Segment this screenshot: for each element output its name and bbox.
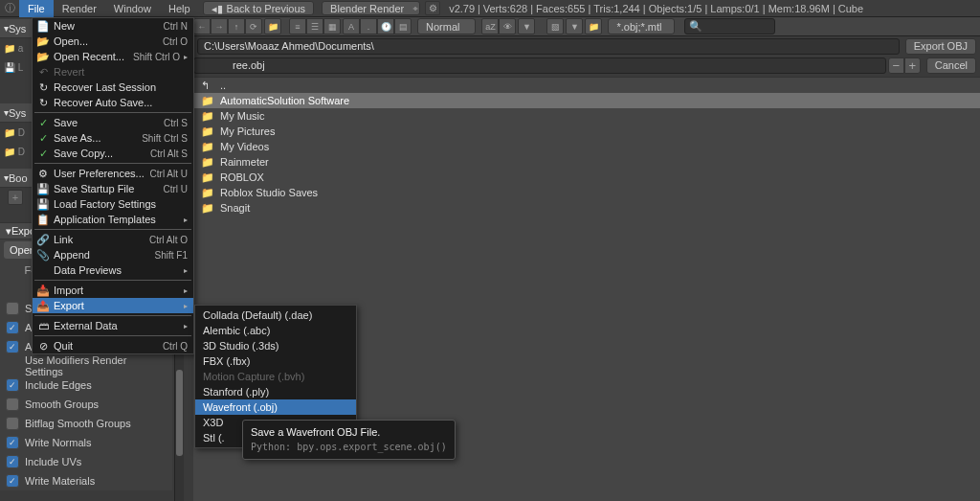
panel-header[interactable]: ▾ Sys <box>0 103 32 123</box>
file-label: AutomaticSolution Software <box>220 95 349 106</box>
export-ply[interactable]: Stanford (.ply) <box>195 384 356 399</box>
nav-up-icon[interactable]: ↑ <box>228 18 245 34</box>
sort-size-icon[interactable]: ▤ <box>394 18 412 34</box>
filter-funnel-icon[interactable]: ▼ <box>566 18 583 34</box>
decrement-button[interactable]: − <box>888 57 904 74</box>
menu-recover-last[interactable]: ↻Recover Last Session <box>33 80 193 95</box>
export-obj-button[interactable]: Export OBJ <box>905 38 976 55</box>
menu-window[interactable]: Window <box>105 0 160 17</box>
search-input[interactable]: 🔍 <box>684 18 775 34</box>
folder-open-icon: 📂 <box>36 34 50 48</box>
checkbox[interactable]: ✓ <box>6 378 19 392</box>
info-icon[interactable]: ⓘ <box>0 1 19 16</box>
nav-fwd-icon[interactable]: → <box>211 18 228 34</box>
view-thumb-icon[interactable]: ▦ <box>323 18 341 34</box>
separator <box>34 229 191 230</box>
scene-icon[interactable]: ⚙ <box>425 1 440 15</box>
checkbox[interactable]: ✓ <box>6 436 19 449</box>
panel-header[interactable]: ▾ Sys <box>0 19 32 38</box>
export-3ds[interactable]: 3D Studio (.3ds) <box>195 338 356 353</box>
header-stats: v2.79 | Verts:628 | Faces:655 | Tris:1,2… <box>441 3 871 14</box>
undo-icon: ↶ <box>36 65 50 79</box>
filename-input[interactable]: ree.obj <box>193 57 886 74</box>
new-folder-icon[interactable]: 📁 <box>264 18 281 34</box>
sort-az-icon[interactable]: aZ <box>481 18 499 34</box>
checkbox[interactable]: ✓ <box>6 455 19 468</box>
checkbox[interactable] <box>6 302 19 315</box>
file-label: My Music <box>220 110 264 122</box>
export-obj[interactable]: Wavefront (.obj) <box>195 399 356 415</box>
path-input[interactable]: C:\Users\Moaaz Ahmed\Documents\ <box>197 38 900 55</box>
list-item[interactable]: 📁My Pictures <box>193 124 980 139</box>
menu-link[interactable]: 🔗LinkCtrl Alt O <box>33 232 193 247</box>
cancel-button[interactable]: Cancel <box>926 57 976 74</box>
menu-help[interactable]: Help <box>160 0 199 17</box>
sort-alpha-icon[interactable]: A <box>343 18 360 34</box>
sort-ext-icon[interactable]: . <box>360 18 377 34</box>
nav-back-icon[interactable]: ← <box>193 18 211 34</box>
filter-glob[interactable]: *.obj;*.mtl <box>608 18 675 34</box>
filter-toggle-icon[interactable]: ▼ <box>518 18 535 34</box>
scrollbar-thumb[interactable] <box>176 370 183 456</box>
menu-open-recent[interactable]: 📂Open Recent...Shift Ctrl O▸ <box>33 49 193 64</box>
check-icon: ✓ <box>36 147 50 160</box>
increment-button[interactable]: + <box>904 57 921 74</box>
menu-import[interactable]: 📥Import▸ <box>33 283 193 298</box>
menu-previews[interactable]: Data Previews▸ <box>33 262 193 278</box>
menu-save-copy[interactable]: ✓Save Copy...Ctrl Alt S <box>33 146 193 161</box>
list-item[interactable]: 📁ROBLOX <box>193 170 980 185</box>
view-long-icon[interactable]: ☰ <box>306 18 323 34</box>
list-item[interactable]: 📁Snagit <box>193 200 980 216</box>
menu-new[interactable]: 📄NewCtrl N <box>33 18 193 34</box>
checkbox[interactable] <box>6 417 19 430</box>
menu-append[interactable]: 📎AppendShift F1 <box>33 247 193 262</box>
sort-time-icon[interactable]: 🕐 <box>377 18 394 34</box>
list-item[interactable]: 📁My Music <box>193 108 980 124</box>
checkbox[interactable]: ✓ <box>6 340 19 353</box>
separator <box>34 112 191 113</box>
show-hidden-icon[interactable]: 👁 <box>499 18 516 34</box>
engine-select[interactable]: Blender Render <box>322 1 420 15</box>
list-item[interactable]: 📁 a <box>0 38 32 57</box>
file-label: ROBLOX <box>220 171 264 183</box>
checkbox[interactable] <box>6 398 19 411</box>
checkbox[interactable]: ✓ <box>6 474 19 488</box>
menu-save-as[interactable]: ✓Save As...Shift Ctrl S <box>33 130 193 146</box>
menu-factory[interactable]: 💾Load Factory Settings <box>33 196 193 212</box>
export-bvh[interactable]: Motion Capture (.bvh) <box>195 369 356 384</box>
menu-quit[interactable]: ⊘QuitCtrl Q <box>33 338 193 353</box>
menu-open[interactable]: 📂Open...Ctrl O <box>33 34 193 49</box>
add-bookmark-button[interactable]: + <box>8 190 23 205</box>
view-short-icon[interactable]: ≡ <box>289 18 306 34</box>
list-item[interactable]: 📁Roblox Studio Saves <box>193 185 980 200</box>
menu-prefs[interactable]: ⚙User Preferences...Ctrl Alt U <box>33 166 193 181</box>
menu-recover-auto[interactable]: ↻Recover Auto Save... <box>33 95 193 110</box>
menu-save-startup[interactable]: 💾Save Startup FileCtrl U <box>33 181 193 196</box>
filter-folder-icon[interactable]: 📁 <box>585 18 602 34</box>
menu-render[interactable]: Render <box>54 0 105 17</box>
menu-revert[interactable]: ↶Revert <box>33 64 193 80</box>
option-label: Include Edges <box>25 379 92 391</box>
option-label: Use Modifiers Render Settings <box>6 354 167 377</box>
list-item[interactable]: 📁AutomaticSolution Software <box>193 93 980 108</box>
file-up-row[interactable]: ↰.. <box>193 78 980 93</box>
display-mode-select[interactable]: Normal <box>417 18 476 34</box>
export-collada[interactable]: Collada (Default) (.dae) <box>195 307 356 323</box>
menu-file[interactable]: File <box>19 0 54 17</box>
menu-external[interactable]: 🗃External Data▸ <box>33 318 193 333</box>
nav-refresh-icon[interactable]: ⟳ <box>245 18 262 34</box>
export-fbx[interactable]: FBX (.fbx) <box>195 353 356 369</box>
menu-export[interactable]: 📤Export▸ <box>33 298 193 313</box>
filter-files-icon[interactable]: ▧ <box>546 18 564 34</box>
list-item[interactable]: 📁My Videos <box>193 139 980 154</box>
checkbox[interactable]: ✓ <box>6 321 19 334</box>
list-item[interactable]: 📁 D <box>0 123 32 142</box>
export-alembic[interactable]: Alembic (.abc) <box>195 323 356 338</box>
back-button[interactable]: ◂▮Back to Previous <box>203 1 315 15</box>
panel-header[interactable]: ▾ Boo <box>0 169 32 188</box>
list-item[interactable]: 📁 D <box>0 142 32 161</box>
menu-templates[interactable]: 📋Application Templates▸ <box>33 212 193 227</box>
menu-save[interactable]: ✓SaveCtrl S <box>33 115 193 130</box>
list-item[interactable]: 💾 L <box>0 57 32 77</box>
list-item[interactable]: 📁Rainmeter <box>193 154 980 170</box>
